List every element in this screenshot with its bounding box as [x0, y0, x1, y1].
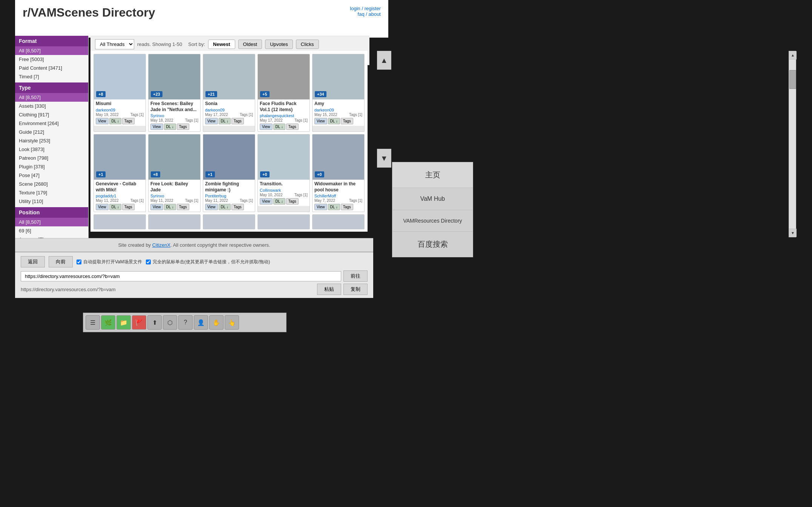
dl-btn[interactable]: DL ↓: [273, 124, 285, 130]
view-btn[interactable]: View: [260, 198, 273, 205]
sidebar-item-all-type[interactable]: All [8,507]: [15, 93, 88, 102]
tags-btn[interactable]: Tags: [177, 124, 189, 130]
login-register-link[interactable]: login / register: [350, 6, 381, 11]
view-btn[interactable]: View: [314, 204, 327, 210]
checkbox2-input[interactable]: [146, 260, 151, 264]
sidebar-item-paid[interactable]: Paid Content [3471]: [15, 64, 88, 72]
sidebar-item-timed[interactable]: Timed [7]: [15, 72, 88, 81]
sort-newest-btn[interactable]: Newest: [208, 40, 235, 49]
sort-upvotes-btn[interactable]: Upvotes: [265, 40, 293, 49]
sidebar-item-utility[interactable]: Utility [110]: [15, 197, 88, 206]
taskbar-icon-9[interactable]: ✋: [209, 315, 224, 330]
back-btn[interactable]: 返回: [21, 256, 45, 267]
tags-btn[interactable]: Tags: [341, 204, 353, 210]
scroll-down-area[interactable]: ▼: [377, 149, 391, 168]
url-display: https://directory.vamresources.com/?b=va…: [21, 286, 315, 293]
scrollbar-track: ▲ ▼: [789, 51, 796, 237]
view-btn[interactable]: View: [150, 124, 163, 130]
sidebar-item-pose[interactable]: Pose [47]: [15, 171, 88, 180]
footer-link[interactable]: CitizenX: [152, 242, 170, 248]
scroll-up-btn[interactable]: ▲: [789, 51, 797, 60]
right-panel-baidu[interactable]: 百度搜索: [392, 232, 473, 257]
copy-btn[interactable]: 复制: [343, 284, 368, 295]
paste-btn[interactable]: 粘贴: [317, 284, 341, 295]
dl-btn[interactable]: DL ↓: [219, 204, 231, 210]
tags-btn[interactable]: Tags: [231, 118, 244, 124]
sidebar-item-plugin[interactable]: Plugin [378]: [15, 162, 88, 171]
dl-btn[interactable]: DL ↓: [328, 204, 340, 210]
checkbox1-input[interactable]: [77, 260, 81, 264]
go-btn[interactable]: 前往: [343, 270, 368, 282]
sort-clicks-btn[interactable]: Clicks: [296, 40, 319, 49]
sidebar-item-scene[interactable]: Scene [2680]: [15, 180, 88, 188]
card-author[interactable]: pogdaddy1: [96, 194, 144, 198]
sidebar-item-free[interactable]: Free [5003]: [15, 55, 88, 64]
tags-btn[interactable]: Tags: [177, 204, 189, 210]
checkbox1-label[interactable]: 自动提取并打开VaM场景文件: [77, 259, 142, 265]
dl-btn[interactable]: DL ↓: [164, 204, 176, 210]
taskbar-icon-1[interactable]: ☰: [86, 315, 100, 330]
card-author[interactable]: SchillerMoff: [314, 194, 362, 198]
tags-btn[interactable]: Tags: [122, 118, 135, 124]
scroll-up-area[interactable]: ▲: [377, 51, 391, 70]
view-btn[interactable]: View: [205, 204, 218, 210]
card-author[interactable]: Collinswark: [260, 188, 308, 192]
dl-btn[interactable]: DL ↓: [109, 204, 121, 210]
dl-btn[interactable]: DL ↓: [164, 124, 176, 130]
tags-btn[interactable]: Tags: [341, 118, 353, 124]
faq-about-link[interactable]: faq / about: [350, 11, 381, 17]
taskbar-icon-4[interactable]: 🚩: [132, 315, 146, 330]
view-btn[interactable]: View: [205, 118, 218, 124]
card-tags-count: Tags [1]: [294, 193, 308, 197]
taskbar-icon-6[interactable]: ⬡: [163, 315, 177, 330]
sidebar-item-patreon[interactable]: Patreon [798]: [15, 154, 88, 162]
dl-btn[interactable]: DL ↓: [109, 118, 121, 124]
view-btn[interactable]: View: [314, 118, 327, 124]
sidebar-item-assets[interactable]: Assets [330]: [15, 102, 88, 110]
taskbar-icon-2[interactable]: 🌿: [101, 315, 115, 330]
scroll-down-btn[interactable]: ▼: [789, 229, 797, 237]
taskbar-icon-10[interactable]: 👆: [225, 315, 239, 330]
dl-btn[interactable]: DL ↓: [328, 118, 340, 124]
card-author[interactable]: darkeon09: [314, 108, 362, 112]
tags-btn[interactable]: Tags: [286, 198, 299, 205]
tags-btn[interactable]: Tags: [286, 124, 299, 130]
right-panel-vam-hub[interactable]: VaM Hub: [392, 188, 473, 210]
url-input[interactable]: [21, 271, 341, 281]
sidebar-item-all-format[interactable]: All [8,507]: [15, 46, 88, 55]
card-author[interactable]: Syrinxo: [150, 194, 198, 198]
sidebar-item-texture[interactable]: Texture [179]: [15, 188, 88, 197]
sidebar-item-69[interactable]: 69 [6]: [15, 226, 88, 235]
sidebar-item-guide[interactable]: Guide [212]: [15, 128, 88, 136]
card-author[interactable]: Syrinxo: [150, 113, 198, 118]
thread-select[interactable]: All Threads: [95, 39, 134, 49]
dl-btn[interactable]: DL ↓: [219, 118, 231, 124]
tags-btn[interactable]: Tags: [231, 204, 244, 210]
view-btn[interactable]: View: [150, 204, 163, 210]
sidebar-item-hairstyle[interactable]: Hairstyle [253]: [15, 136, 88, 145]
view-btn[interactable]: View: [260, 124, 273, 130]
dl-btn[interactable]: DL ↓: [273, 198, 285, 205]
taskbar-icon-5[interactable]: ⬆: [147, 315, 162, 330]
card-title: Misumi: [96, 101, 144, 107]
sidebar-item-environment[interactable]: Environment [264]: [15, 119, 88, 128]
forward-btn[interactable]: 向前: [49, 256, 73, 267]
card-author[interactable]: darkeon09: [96, 108, 144, 112]
sidebar-item-all-position[interactable]: All [8,507]: [15, 218, 88, 226]
scroll-thumb[interactable]: [789, 70, 796, 89]
right-panel-home[interactable]: 主页: [392, 162, 473, 188]
right-panel-vamresources[interactable]: VAMResources Directory: [392, 210, 473, 232]
view-btn[interactable]: View: [96, 118, 109, 124]
taskbar-icon-7[interactable]: ?: [178, 315, 193, 330]
checkbox2-label[interactable]: 完全的鼠标单击(使其更易于单击链接，但不允许抓取/拖动): [146, 259, 270, 265]
view-btn[interactable]: View: [96, 204, 109, 210]
sidebar-item-clothing[interactable]: Clothing [917]: [15, 110, 88, 119]
taskbar-icon-3[interactable]: 📁: [116, 315, 131, 330]
card-author[interactable]: darkeon09: [205, 108, 253, 112]
taskbar-icon-8[interactable]: 👤: [194, 315, 208, 330]
sidebar-item-look[interactable]: Look [3873]: [15, 145, 88, 154]
card-author[interactable]: phalangesquickest: [260, 113, 308, 118]
card-author[interactable]: Pontiterbug: [205, 194, 253, 198]
sort-oldest-btn[interactable]: Oldest: [238, 40, 262, 49]
tags-btn[interactable]: Tags: [122, 204, 135, 210]
